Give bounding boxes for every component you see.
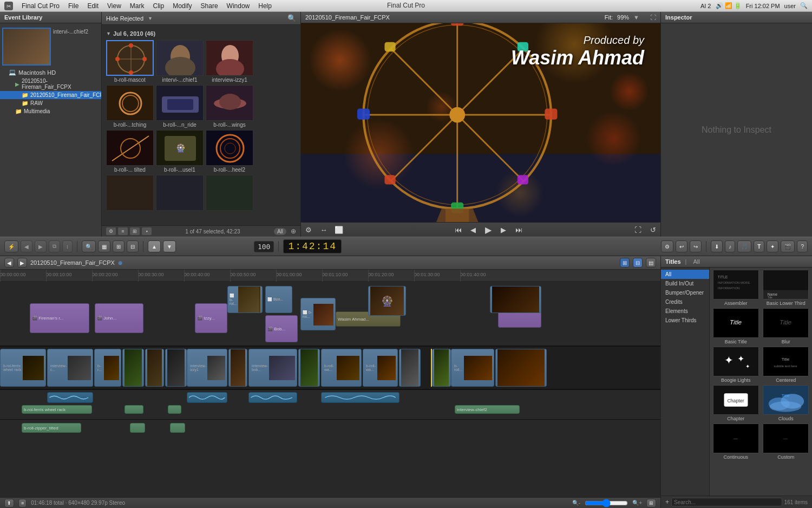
- toolbar-effect-button[interactable]: ✦: [767, 240, 778, 252]
- title-thumb-continuous[interactable]: —: [713, 424, 759, 453]
- primary-clip-6[interactable]: [165, 349, 187, 387]
- date-group-header[interactable]: ▼ Jul 6, 2010 (46): [104, 27, 298, 39]
- thumb-item-mascot[interactable]: b-roll-mascot: [106, 40, 154, 83]
- zoom-slider[interactable]: [585, 500, 628, 506]
- thumb-mascot[interactable]: [106, 40, 154, 76]
- title-thumb-custom[interactable]: —: [763, 424, 809, 453]
- preview-thumb[interactable]: [2, 28, 51, 66]
- thumb-heel2[interactable]: [206, 130, 253, 166]
- clip-firemans[interactable]: 🎬 Fireman's r...: [30, 303, 89, 333]
- green-clip-3[interactable]: [170, 423, 185, 433]
- menu-view[interactable]: View: [107, 2, 121, 10]
- tree-item-multimedia[interactable]: 📁 Multimedia: [0, 107, 101, 115]
- thumb-item-tching[interactable]: b-roll-...tching: [106, 85, 154, 128]
- toolbar-undo-button[interactable]: ↩: [676, 240, 687, 252]
- preview-crop-icon[interactable]: ⬜: [333, 225, 344, 235]
- primary-clip-bob[interactable]: interview-bob...: [248, 349, 297, 387]
- clip-broll-far-right[interactable]: [490, 286, 541, 313]
- primary-clip-4[interactable]: [122, 349, 144, 387]
- clip-bob[interactable]: 🎬 Bob...: [265, 315, 298, 342]
- toolbar-right-btn1[interactable]: ⚙: [661, 240, 673, 252]
- toolbar-media-button[interactable]: 🎬: [781, 240, 795, 252]
- title-thumb-centered[interactable]: Titlesubtitle text here: [763, 347, 809, 376]
- preview-refresh-icon[interactable]: ↺: [647, 225, 658, 235]
- preview-step-forward-icon[interactable]: ▶: [498, 225, 509, 235]
- thumb-item-heel2[interactable]: b-roll-...heel2: [206, 130, 253, 173]
- thumb-extra1[interactable]: [106, 175, 154, 211]
- title-item-basic-title[interactable]: Title Basic Title: [712, 308, 760, 344]
- footer-icon-slider[interactable]: ▪: [142, 227, 152, 235]
- timeline-main[interactable]: 00:00:00:00 00:00:10:00 00:00:20:00 00:0…: [0, 270, 660, 497]
- titles-add-icon[interactable]: +: [665, 498, 669, 506]
- status-list-button[interactable]: ≡: [18, 499, 27, 507]
- thumb-item-nride[interactable]: b-roll-...n_ride: [156, 85, 204, 128]
- thumb-extra2[interactable]: [156, 175, 204, 211]
- clip-john[interactable]: 🎬 John...: [95, 303, 143, 333]
- filter-arrow-icon[interactable]: ▼: [148, 16, 153, 21]
- footer-icon-settings[interactable]: ⚙: [106, 227, 116, 235]
- footer-icon-grid[interactable]: ⊞: [130, 227, 140, 235]
- primary-clip-3[interactable]: b-r...: [94, 349, 121, 387]
- primary-clip-5[interactable]: [145, 349, 164, 387]
- track-area[interactable]: 🎬 Fireman's r... 🎬 John... 🎬 Izzy... ⬜: [0, 282, 660, 497]
- browser-search-icon[interactable]: 🔍: [287, 14, 296, 22]
- title-thumb-assembler[interactable]: TITLEINFORMATION MOREINFORMATION: [713, 270, 759, 299]
- hide-rejected-button[interactable]: Hide Rejected: [106, 15, 143, 22]
- preview-play-button[interactable]: ▶: [483, 225, 494, 235]
- tree-item-event-selected[interactable]: 📁 20120510_Fireman_Fair_FCPX: [0, 91, 101, 99]
- preview-skip-forward-icon[interactable]: ⏭: [513, 225, 524, 235]
- title-item-clouds[interactable]: Title Clouds: [762, 385, 810, 421]
- cat-buildin[interactable]: Build In/Out: [661, 279, 709, 288]
- primary-clip-8[interactable]: [298, 349, 320, 387]
- audio-clip-1[interactable]: [47, 392, 93, 403]
- thumb-nride[interactable]: [156, 85, 204, 121]
- thumb-item-usel1[interactable]: 🎡 b-roll-...usel1: [156, 130, 204, 173]
- thumb-item-extra2[interactable]: [156, 175, 204, 212]
- toolbar-connect-button[interactable]: ⊞: [113, 240, 125, 252]
- toolbar-import-button[interactable]: ⬇: [711, 240, 723, 252]
- titles-all-button[interactable]: All: [693, 258, 699, 265]
- preview-skip-back-icon[interactable]: ⏮: [453, 225, 463, 235]
- green-clip-zipper[interactable]: b-roll-zipper_tilted: [22, 423, 81, 433]
- zoom-down-icon[interactable]: ▼: [633, 14, 639, 21]
- zoom-out-icon[interactable]: 🔍-: [572, 500, 580, 506]
- title-item-chapter[interactable]: Chapter Chapter: [712, 385, 760, 421]
- primary-clip-broll-right[interactable]: b-roll...: [451, 349, 494, 387]
- menu-modify[interactable]: Modify: [173, 2, 192, 10]
- menu-file[interactable]: File: [68, 2, 78, 10]
- zoom-in-icon[interactable]: 🔍+: [632, 500, 642, 506]
- clip-broll-connect3[interactable]: ⬜ b-rol...: [300, 298, 336, 330]
- clip-broll-connect1[interactable]: ⬜ b-rol...: [227, 286, 263, 313]
- cat-bumper[interactable]: Bumper/Opener: [661, 288, 709, 297]
- toolbar-clip-button[interactable]: ▦: [98, 240, 110, 252]
- lower-third-chief2[interactable]: interview-chief2: [455, 405, 520, 414]
- menu-app[interactable]: Final Cut Pro: [22, 2, 60, 10]
- toolbar-snap-button[interactable]: ⚡: [4, 240, 18, 252]
- clip-broll-connect2[interactable]: ⬜ Bon...: [265, 286, 292, 313]
- title-item-basic-lower[interactable]: NameTitle Basic Lower Third: [762, 270, 810, 306]
- lower-third-1[interactable]: b-rol-ferris wheel rack: [22, 405, 92, 414]
- preview-step-back-icon[interactable]: ◀: [468, 225, 479, 235]
- toolbar-select-button[interactable]: ▲: [148, 240, 161, 252]
- tl-view-btn3[interactable]: ▤: [646, 258, 656, 268]
- tl-view-btn1[interactable]: ⊞: [620, 258, 630, 268]
- thumb-item-tilted[interactable]: b-roll-... tilted: [106, 130, 154, 173]
- search-icon[interactable]: 🔍: [800, 2, 808, 9]
- primary-clip-2[interactable]: interview-c...: [47, 349, 93, 387]
- thumb-tilted[interactable]: [106, 130, 154, 166]
- thumb-item-wings[interactable]: b-roll-...wings: [206, 85, 253, 128]
- menu-window[interactable]: Window: [227, 2, 250, 10]
- toolbar-audio-button[interactable]: 🎵: [737, 240, 751, 252]
- primary-clip-izzy[interactable]: interview-izzy1: [187, 349, 227, 387]
- toolbar-btn1[interactable]: ◀: [21, 240, 32, 252]
- browser-all-badge[interactable]: All: [274, 228, 286, 235]
- toolbar-select-arrow[interactable]: ▼: [163, 240, 176, 252]
- browser-filter-icon[interactable]: ⊕: [291, 227, 296, 235]
- thumb-item-extra3[interactable]: [206, 175, 253, 212]
- audio-clip-2[interactable]: [187, 392, 227, 403]
- fit-value[interactable]: 99%: [617, 14, 629, 21]
- thumb-wings[interactable]: [206, 85, 253, 121]
- clip-broll-right1[interactable]: 🎡: [368, 286, 406, 316]
- toolbar-title-button[interactable]: T: [754, 240, 764, 252]
- menu-mark[interactable]: Mark: [130, 2, 145, 10]
